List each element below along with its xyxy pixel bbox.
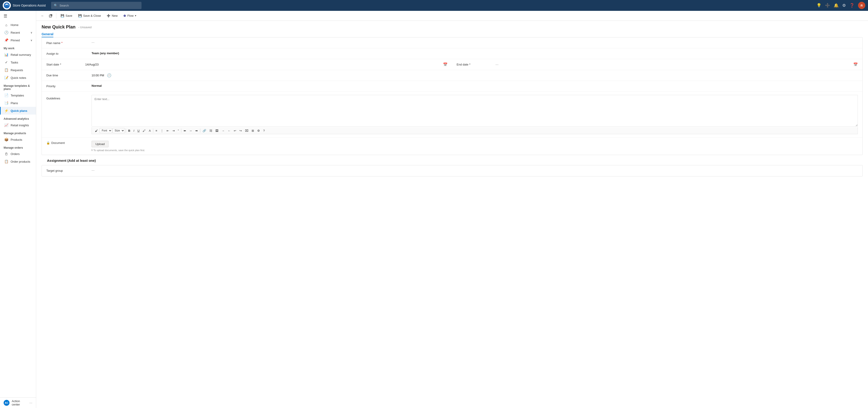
help-icon[interactable]: ❓ bbox=[849, 3, 855, 8]
search-box[interactable]: 🔍 bbox=[51, 2, 142, 9]
rt-outdent-btn[interactable]: ⇤ bbox=[165, 128, 170, 133]
form-row-target-group: Target group --- bbox=[42, 165, 862, 176]
rt-sep-2 bbox=[153, 129, 153, 133]
rt-underline-btn[interactable]: U bbox=[136, 128, 141, 133]
sidebar-item-products[interactable]: 📦 Products bbox=[0, 136, 36, 143]
user-avatar[interactable]: R bbox=[858, 2, 865, 9]
start-date-value[interactable]: 14/Aug/23 bbox=[85, 63, 440, 66]
hamburger-menu[interactable]: ☰ bbox=[0, 11, 36, 21]
tasks-icon: ✓ bbox=[4, 60, 8, 64]
due-time-label: Due time bbox=[46, 73, 92, 77]
sidebar-item-quick-notes[interactable]: 📝 Quick notes bbox=[0, 74, 36, 81]
rt-redo-btn[interactable]: ↪ bbox=[238, 128, 243, 133]
quick-notes-icon: 📝 bbox=[4, 76, 8, 80]
end-date-label: End date * bbox=[457, 63, 493, 66]
search-input[interactable] bbox=[59, 4, 139, 7]
rt-indent-btn[interactable]: ⇥ bbox=[171, 128, 176, 133]
document-label: 🔒 Document bbox=[46, 141, 92, 145]
rt-settings-btn[interactable]: ⚙ bbox=[256, 128, 261, 133]
rt-ltr-btn[interactable]: → bbox=[220, 128, 226, 133]
rt-highlight-btn[interactable]: 🖊 bbox=[141, 128, 147, 133]
notifications-icon[interactable]: 🔔 bbox=[834, 3, 839, 8]
action-center-badge: AC bbox=[4, 400, 9, 406]
form-row-plan-name: Plan name * --- bbox=[42, 37, 862, 48]
new-button[interactable]: ➕ New bbox=[104, 13, 120, 19]
rt-rtl-btn[interactable]: ← bbox=[226, 128, 232, 133]
sidebar-item-retail-summary[interactable]: 📊 Retail summary bbox=[0, 51, 36, 59]
templates-icon: 📄 bbox=[4, 93, 8, 97]
rt-image-btn[interactable]: 🖼 bbox=[214, 128, 220, 133]
sidebar-label-quick-notes: Quick notes bbox=[11, 76, 26, 79]
save-button[interactable]: 💾 Save bbox=[58, 13, 75, 19]
sidebar-item-action-center[interactable]: AC Action center ⋯ bbox=[0, 398, 36, 408]
target-group-value[interactable]: --- bbox=[92, 169, 858, 172]
add-icon[interactable]: ➕ bbox=[825, 3, 830, 8]
end-date-value[interactable]: --- bbox=[495, 63, 850, 66]
end-date-calendar-icon[interactable]: 📅 bbox=[853, 62, 858, 67]
save-close-icon: 💾 bbox=[78, 14, 82, 18]
sidebar-item-tasks[interactable]: ✓ Tasks bbox=[0, 59, 36, 66]
doc-hint-icon: ℹ bbox=[92, 149, 92, 151]
rt-align-right-btn[interactable]: ➡ bbox=[194, 128, 199, 133]
products-icon: 📦 bbox=[4, 138, 8, 142]
rt-size-select[interactable]: Size bbox=[113, 128, 125, 133]
rt-clear-format-btn[interactable]: ⌧ bbox=[244, 128, 250, 133]
rt-help-btn[interactable]: ? bbox=[262, 128, 266, 133]
rt-unlink-btn[interactable]: ⛓ bbox=[208, 128, 214, 133]
toolbar: ← 💾 Save 💾 Save & Close ➕ New bbox=[36, 11, 868, 21]
sidebar-item-home[interactable]: ⌂ Home bbox=[0, 21, 36, 29]
order-products-icon: 📋 bbox=[4, 160, 8, 164]
sidebar-item-order-products[interactable]: 📋 Order products bbox=[0, 158, 36, 165]
plan-name-required: * bbox=[61, 41, 62, 45]
assign-to-value[interactable]: Team (any member) bbox=[92, 52, 858, 55]
sidebar-label-tasks: Tasks bbox=[11, 61, 18, 64]
upload-button[interactable]: Upload bbox=[92, 141, 108, 147]
rt-numbered-btn[interactable]: ⋮ bbox=[159, 128, 165, 133]
sidebar-item-recent[interactable]: 🕐 Recent ∨ bbox=[0, 29, 36, 36]
section-tab-general[interactable]: General bbox=[41, 32, 53, 37]
rt-undo-btn[interactable]: ↩ bbox=[232, 128, 238, 133]
sidebar-item-requests[interactable]: 📋 Requests bbox=[0, 66, 36, 74]
sidebar-item-templates[interactable]: 📄 Templates bbox=[0, 92, 36, 99]
document-lock-icon: 🔒 bbox=[46, 141, 50, 145]
form-row-due-time: Due time 10:00 PM 🕙 bbox=[42, 70, 862, 81]
due-time-clock-icon[interactable]: 🕙 bbox=[107, 73, 112, 77]
action-center-options-icon[interactable]: ⋯ bbox=[29, 401, 32, 405]
sidebar-item-pinned[interactable]: 📌 Pinned ∨ bbox=[0, 36, 36, 44]
sidebar-label-pinned: Pinned bbox=[11, 39, 20, 42]
guidelines-wrapper: 🖌 Font Size B I bbox=[92, 95, 858, 134]
flow-button[interactable]: ⬟ Flow ▾ bbox=[121, 13, 138, 19]
guidelines-input[interactable] bbox=[92, 95, 858, 127]
sidebar-item-plans[interactable]: 📑 Plans bbox=[0, 99, 36, 107]
content-wrapper: ← 💾 Save 💾 Save & Close ➕ New bbox=[36, 11, 868, 408]
sidebar-item-orders[interactable]: 🗒 Orders bbox=[0, 150, 36, 158]
lightbulb-icon[interactable]: 💡 bbox=[816, 3, 822, 8]
rt-italic-btn[interactable]: I bbox=[132, 128, 135, 133]
plan-name-value[interactable]: --- bbox=[92, 41, 858, 44]
sidebar-item-retail-insights[interactable]: 📈 Retail insights bbox=[0, 121, 36, 129]
rt-align-center-btn[interactable]: ↔ bbox=[188, 128, 193, 133]
rt-font-color-btn[interactable]: A bbox=[147, 128, 152, 133]
back-button[interactable]: ← bbox=[39, 12, 46, 20]
pinned-chevron: ∨ bbox=[31, 39, 32, 42]
settings-icon[interactable]: ⚙ bbox=[842, 3, 846, 8]
rt-table-btn[interactable]: ⊞ bbox=[250, 128, 255, 133]
open-new-window-button[interactable] bbox=[47, 12, 54, 20]
save-icon: 💾 bbox=[61, 14, 64, 18]
sidebar-item-quick-plans[interactable]: ⚡ Quick plans bbox=[0, 107, 36, 114]
priority-value[interactable]: Normal bbox=[92, 84, 858, 88]
rt-blockquote-btn[interactable]: " bbox=[177, 128, 180, 133]
requests-icon: 📋 bbox=[4, 68, 8, 72]
page-status: - Unsaved bbox=[78, 26, 92, 29]
rt-bullets-btn[interactable]: ≡ bbox=[154, 128, 159, 133]
rt-align-left-btn[interactable]: ⬅ bbox=[182, 128, 187, 133]
rt-bold-btn[interactable]: B bbox=[127, 128, 131, 133]
rt-link-btn[interactable]: 🔗 bbox=[201, 128, 208, 133]
save-close-button[interactable]: 💾 Save & Close bbox=[76, 13, 103, 19]
start-date-group: Start date * 14/Aug/23 📅 bbox=[46, 62, 447, 67]
sidebar-label-templates: Templates bbox=[11, 94, 24, 97]
rt-brush-btn[interactable]: 🖌 bbox=[94, 128, 99, 133]
page-title: New Quick Plan bbox=[41, 24, 75, 30]
start-date-calendar-icon[interactable]: 📅 bbox=[443, 62, 447, 67]
rt-font-select[interactable]: Font bbox=[100, 128, 112, 133]
